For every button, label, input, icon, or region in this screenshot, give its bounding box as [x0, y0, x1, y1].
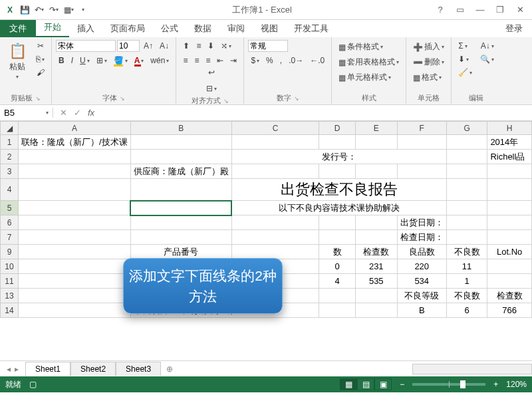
sheet-tab-3[interactable]: Sheet3 [116, 362, 161, 376]
fill-button[interactable]: ⬇▾ [456, 53, 475, 65]
percent-button[interactable]: % [263, 55, 276, 66]
indent-dec-button[interactable]: ⇤ [214, 55, 226, 66]
currency-button[interactable]: $▾ [248, 55, 262, 66]
cell[interactable] [130, 135, 231, 150]
row-header-7[interactable]: 7 [1, 230, 19, 245]
cell[interactable]: 出货检查不良报告 [231, 179, 446, 201]
cell[interactable] [19, 245, 131, 259]
cell[interactable]: 11 [446, 259, 487, 274]
cell[interactable]: B [397, 303, 446, 318]
cell[interactable] [446, 230, 487, 245]
cell[interactable] [446, 164, 487, 179]
phonetic-button[interactable]: wén▾ [148, 55, 172, 66]
macro-record-icon[interactable]: ▢ [29, 380, 37, 389]
cell[interactable]: 数 [319, 245, 355, 259]
align-center-button[interactable]: ≡ [192, 55, 201, 66]
close-icon[interactable]: ✕ [511, 2, 529, 18]
cell[interactable] [19, 303, 131, 318]
zoom-level[interactable]: 120% [506, 380, 527, 389]
format-cells-button[interactable]: ▦ 格式▾ [410, 70, 447, 84]
row-header-3[interactable]: 3 [1, 164, 19, 179]
cell-styles-button[interactable]: ▦ 单元格样式▾ [336, 70, 402, 84]
cell[interactable] [231, 215, 319, 230]
zoom-slider[interactable] [412, 383, 485, 386]
cell[interactable] [231, 230, 319, 245]
col-header-A[interactable]: A [19, 122, 131, 135]
cell[interactable] [446, 201, 487, 215]
cell[interactable] [397, 164, 446, 179]
cell[interactable]: 不良等级 [397, 289, 446, 303]
cell[interactable] [355, 135, 397, 150]
cell[interactable] [231, 245, 319, 259]
border-button[interactable]: ⊞▾ [94, 55, 110, 66]
tab-file[interactable]: 文件 [0, 20, 36, 37]
cell[interactable] [487, 201, 532, 215]
help-icon[interactable]: ? [431, 2, 450, 18]
tab-formulas[interactable]: 公式 [153, 20, 186, 37]
row-header-4[interactable]: 4 [1, 179, 19, 201]
cell[interactable]: 231 [355, 259, 397, 274]
cell[interactable] [487, 179, 532, 201]
row-header-14[interactable]: 14 [1, 303, 19, 318]
cell[interactable] [319, 230, 355, 245]
cell[interactable]: 4 [319, 274, 355, 289]
fill-color-button[interactable]: 🪣▾ [111, 55, 130, 66]
bold-button[interactable]: B [56, 55, 67, 66]
cell[interactable] [19, 259, 131, 274]
format-painter-button[interactable]: 🖌 [34, 66, 47, 78]
cell[interactable] [19, 289, 131, 303]
underline-button[interactable]: U▾ [77, 55, 92, 66]
font-name-select[interactable] [56, 40, 116, 52]
save-icon[interactable]: 💾 [19, 4, 31, 16]
cell[interactable] [130, 215, 231, 230]
worksheet-grid[interactable]: ◢ABCDEFGH1联络：隆成（新厂）/技术课2014年2发行号：Richell… [0, 121, 532, 360]
indent-inc-button[interactable]: ⇥ [227, 55, 239, 66]
minimize-icon[interactable]: — [471, 2, 489, 18]
row-header-13[interactable]: 13 [1, 289, 19, 303]
sheet-tab-2[interactable]: Sheet2 [70, 362, 116, 376]
row-header-2[interactable]: 2 [1, 150, 19, 164]
align-right-button[interactable]: ≡ [203, 55, 213, 66]
tab-data[interactable]: 数据 [186, 20, 219, 37]
find-select-button[interactable]: 🔍▾ [477, 53, 497, 65]
cell[interactable] [487, 259, 532, 274]
row-header-1[interactable]: 1 [1, 135, 19, 150]
cell[interactable] [19, 179, 131, 201]
increase-font-button[interactable]: A↑ [141, 40, 156, 52]
align-middle-button[interactable]: ≡ [194, 40, 203, 52]
tab-dev[interactable]: 开发工具 [286, 20, 336, 37]
cell[interactable] [446, 215, 487, 230]
col-header-G[interactable]: G [446, 122, 487, 135]
number-format-select[interactable] [248, 40, 288, 52]
cell[interactable] [355, 303, 397, 318]
clear-button[interactable]: 🧹▾ [456, 66, 475, 78]
cell[interactable] [19, 201, 131, 215]
inc-decimal-button[interactable]: .0→ [286, 55, 306, 66]
col-header-E[interactable]: E [355, 122, 397, 135]
cell[interactable] [19, 164, 131, 179]
cell[interactable]: 良品数 [397, 245, 446, 259]
restore-icon[interactable]: ❐ [491, 2, 509, 18]
cell[interactable] [355, 164, 397, 179]
cell[interactable]: 534 [397, 274, 446, 289]
cell[interactable]: 1 [446, 274, 487, 289]
italic-button[interactable]: I [68, 55, 76, 66]
cell[interactable] [19, 215, 131, 230]
sheet-nav-last-icon[interactable]: ▸ [15, 364, 19, 374]
cell[interactable] [355, 215, 397, 230]
col-header-H[interactable]: H [487, 122, 532, 135]
cell[interactable]: 6 [446, 303, 487, 318]
cell[interactable] [397, 135, 446, 150]
zoom-in-button[interactable]: + [493, 380, 498, 389]
cell[interactable] [19, 150, 131, 164]
cell[interactable]: Lot.No [487, 245, 532, 259]
page-layout-view-button[interactable]: ▤ [357, 378, 374, 390]
cell[interactable] [319, 164, 355, 179]
enter-icon[interactable]: ✓ [74, 108, 81, 118]
cell[interactable]: 2014年 [487, 135, 532, 150]
col-header-D[interactable]: D [319, 122, 355, 135]
cell[interactable]: 出货日期： [397, 215, 446, 230]
cell[interactable] [355, 230, 397, 245]
align-left-button[interactable]: ≡ [180, 55, 190, 66]
conditional-format-button[interactable]: ▦ 条件格式▾ [336, 40, 402, 54]
